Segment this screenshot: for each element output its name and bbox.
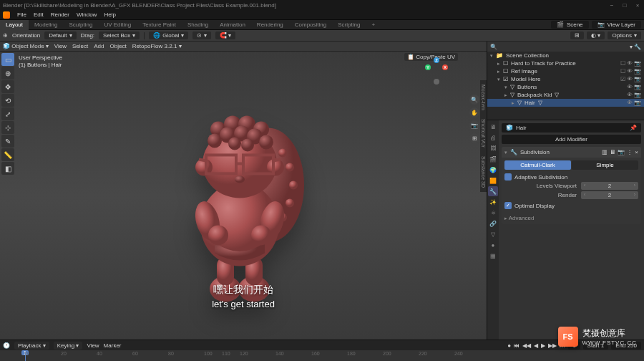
play-rev-icon[interactable]: ◀ bbox=[534, 342, 538, 349]
play-icon[interactable]: ▶ bbox=[541, 342, 545, 349]
3d-viewport[interactable]: ▭ ⊕ ✥ ⟲ ⤢ ⊹ ✎ 📏 ◧ User Perspective (1) B… bbox=[0, 52, 487, 340]
menu-window[interactable]: Window bbox=[77, 11, 97, 18]
prop-tab-render[interactable]: 🖥 bbox=[488, 122, 498, 132]
outliner-item[interactable]: ▸☐ Ref Image☐ 👁 📷 bbox=[487, 67, 644, 75]
prop-tab-viewlayer[interactable]: 🖼 bbox=[488, 143, 498, 153]
add-cube-tool[interactable]: ◧ bbox=[1, 162, 14, 175]
outliner-item[interactable]: ▾▽ Buttons👁 📷 bbox=[487, 83, 644, 91]
menu-help[interactable]: Help bbox=[104, 11, 115, 18]
next-key-icon[interactable]: ▶▶ bbox=[548, 342, 557, 349]
tab-texture-paint[interactable]: Texture Paint bbox=[137, 20, 182, 30]
nav-gizmo[interactable]: X Y Z bbox=[422, 59, 451, 87]
keying-dropdown[interactable]: Keying ▾ bbox=[54, 342, 83, 350]
pin-icon[interactable]: 📌 bbox=[630, 125, 637, 131]
tab-scripting[interactable]: Scripting bbox=[332, 20, 366, 30]
tab-uv-editing[interactable]: UV Editing bbox=[98, 20, 137, 30]
retopoflow-dropdown[interactable]: RetopoFlow 3.2.1 ▾ bbox=[132, 43, 182, 49]
outliner-scene-collection[interactable]: ▾📁 Scene Collection bbox=[487, 52, 644, 59]
persp-icon[interactable]: ⊞ bbox=[469, 133, 479, 143]
orientation-dropdown[interactable]: Default▾ bbox=[44, 32, 76, 39]
character-model[interactable] bbox=[165, 85, 322, 315]
outliner-item[interactable]: ▸☐ Hard to Track for Practice☐ 👁 📷 bbox=[487, 59, 644, 67]
prop-tab-texture[interactable]: ▦ bbox=[488, 251, 498, 261]
camera-icon[interactable]: 📷 bbox=[469, 120, 479, 130]
tab-modeling[interactable]: Modeling bbox=[29, 20, 63, 30]
prop-tab-particles[interactable]: ✨ bbox=[488, 197, 498, 207]
pan-icon[interactable]: ✋ bbox=[469, 107, 479, 117]
timeline-editor-icon[interactable]: 🕐 bbox=[3, 342, 10, 349]
cursor-tool[interactable]: ⊕ bbox=[1, 67, 14, 80]
optimal-display-checkbox[interactable]: ✓ bbox=[504, 202, 512, 209]
tab-animation[interactable]: Animation bbox=[214, 20, 251, 30]
minimize-icon[interactable]: − bbox=[608, 2, 615, 9]
timeline-track[interactable]: 1 0 20 40 60 80 100 110 120 140 160 180 … bbox=[0, 350, 644, 361]
overlays-toggle[interactable]: ⊞ bbox=[570, 32, 584, 39]
jump-start-icon[interactable]: ⏮ bbox=[514, 342, 519, 349]
vp-menu-view[interactable]: View bbox=[54, 43, 67, 49]
outliner-item[interactable]: ▾☑ Model Here☑ 👁 📷 bbox=[487, 75, 644, 83]
scene-selector[interactable]: 🎬Scene bbox=[551, 21, 589, 29]
prop-tab-output[interactable]: 🖨 bbox=[488, 133, 498, 143]
vp-menu-object[interactable]: Object bbox=[110, 43, 127, 49]
tl-menu-view[interactable]: View bbox=[87, 342, 99, 349]
annotate-tool[interactable]: ✎ bbox=[1, 135, 14, 148]
transform-tool[interactable]: ⊹ bbox=[1, 121, 14, 134]
levels-viewport-field[interactable]: ‹2› bbox=[581, 182, 638, 190]
prop-tab-world[interactable]: 🌍 bbox=[488, 165, 498, 175]
drag-dropdown[interactable]: Select Box▾ bbox=[99, 32, 140, 39]
zoom-icon[interactable]: 🔍 bbox=[469, 95, 479, 105]
advanced-toggle[interactable]: ▸ Advanced bbox=[504, 215, 638, 221]
modifier-menu-icon[interactable]: ⋮ bbox=[627, 149, 633, 155]
prop-tab-object[interactable]: 🟧 bbox=[488, 175, 498, 186]
menu-edit[interactable]: Edit bbox=[34, 11, 44, 18]
outliner-item-selected[interactable]: ▸▽ Hair ▽👁 📷 bbox=[487, 99, 644, 107]
tab-compositing[interactable]: Compositing bbox=[289, 20, 332, 30]
modifier-close-icon[interactable]: × bbox=[635, 149, 638, 155]
mode-dropdown[interactable]: 🧊 Object Mode ▾ bbox=[3, 43, 49, 49]
modifier-render-icon[interactable]: 📷 bbox=[618, 149, 625, 155]
menu-render[interactable]: Render bbox=[51, 11, 69, 18]
viewlayer-selector[interactable]: 📷View Layer bbox=[592, 21, 641, 29]
tab-shading[interactable]: Shading bbox=[182, 20, 214, 30]
sidetab-shortcut[interactable]: Shortcut VUr bbox=[480, 115, 487, 152]
outliner-item[interactable]: ▸▽ Backpack Kid ▽👁 📷 bbox=[487, 91, 644, 99]
render-field[interactable]: ‹2› bbox=[581, 191, 638, 199]
sidetab-substance[interactable]: Substance 3D bbox=[480, 152, 487, 192]
outliner-search-icon[interactable]: 🔍 bbox=[490, 44, 497, 50]
autokey-icon[interactable]: ● bbox=[507, 342, 511, 349]
simple-button[interactable]: Simple bbox=[572, 160, 638, 170]
tl-menu-marker[interactable]: Marker bbox=[104, 342, 122, 349]
add-modifier-button[interactable]: Add Modifier bbox=[502, 135, 641, 144]
prop-tab-modifiers[interactable]: 🔧 bbox=[488, 186, 498, 196]
transform-orientation-dropdown[interactable]: 🌐 Global ▾ bbox=[149, 32, 188, 39]
scale-tool[interactable]: ⤢ bbox=[1, 107, 14, 120]
modifier-display-icon[interactable]: 🖥 bbox=[610, 149, 615, 155]
tab-sculpting[interactable]: Sculpting bbox=[64, 20, 99, 30]
options-dropdown[interactable]: Options ▾ bbox=[608, 32, 641, 39]
pivot-dropdown[interactable]: ⊙ ▾ bbox=[192, 32, 210, 39]
catmull-clark-button[interactable]: Catmull-Clark bbox=[504, 160, 571, 170]
maximize-icon[interactable]: □ bbox=[621, 2, 628, 9]
cursor-tool-icon[interactable]: ⊕ bbox=[3, 32, 8, 39]
menu-file[interactable]: File bbox=[17, 11, 26, 18]
close-icon[interactable]: × bbox=[634, 2, 641, 9]
prop-tab-physics[interactable]: ⚛ bbox=[488, 208, 498, 218]
prop-tab-data[interactable]: ▽ bbox=[488, 229, 498, 239]
vp-menu-add[interactable]: Add bbox=[94, 43, 104, 49]
modifier-edit-icon[interactable]: ▥ bbox=[602, 149, 608, 155]
prev-key-icon[interactable]: ◀◀ bbox=[522, 342, 531, 349]
tab-rendering[interactable]: Rendering bbox=[251, 20, 289, 30]
snap-dropdown[interactable]: 🧲 ▾ bbox=[215, 32, 235, 39]
playback-dropdown[interactable]: Playback ▾ bbox=[14, 342, 49, 350]
modifier-header[interactable]: ▾ 🔧 Subdivision ▥ 🖥 📷 ⋮ × bbox=[502, 147, 641, 158]
sidetab-mozaic[interactable]: Mozaic-tvm bbox=[480, 80, 487, 115]
move-tool[interactable]: ✥ bbox=[1, 80, 14, 93]
prop-tab-scene[interactable]: 🎬 bbox=[488, 154, 498, 164]
tab-layout[interactable]: Layout bbox=[0, 20, 29, 30]
prop-tab-material[interactable]: ● bbox=[488, 240, 498, 250]
measure-tool[interactable]: 📏 bbox=[1, 148, 14, 161]
rotate-tool[interactable]: ⟲ bbox=[1, 94, 14, 107]
prop-tab-constraints[interactable]: 🔗 bbox=[488, 218, 498, 228]
vp-menu-select[interactable]: Select bbox=[72, 43, 88, 49]
shading-dropdown[interactable]: ◐ ▾ bbox=[587, 32, 605, 39]
